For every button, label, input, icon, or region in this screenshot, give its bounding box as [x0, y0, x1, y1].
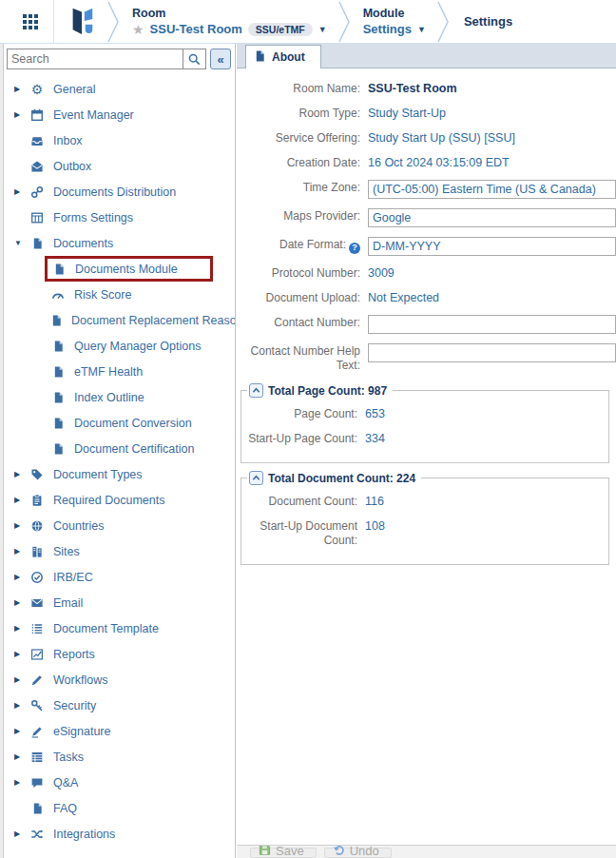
apps-grid-icon[interactable]	[23, 14, 38, 29]
sidebar-item-document-template[interactable]: ▶Document Template	[5, 615, 235, 641]
sidebar-item-inbox[interactable]: Inbox	[5, 127, 235, 153]
expand-arrow-icon[interactable]: ▶	[14, 110, 29, 119]
sidebar-item-reports[interactable]: ▶Reports	[5, 641, 235, 667]
tab-about[interactable]: About	[245, 45, 321, 68]
sidebar-item-faq[interactable]: FAQ	[5, 795, 235, 821]
sidebar-item-security[interactable]: ▶Security	[5, 692, 235, 718]
help-icon[interactable]: ?	[349, 243, 360, 254]
expand-arrow-icon[interactable]: ▶	[14, 573, 29, 581]
sidebar-item-document-certification[interactable]: Document Certification	[5, 436, 235, 461]
sidebar-item-document-conversion[interactable]: Document Conversion	[5, 410, 235, 436]
expand-arrow-icon[interactable]: ▶	[14, 727, 29, 735]
collapse-arrow-icon[interactable]: ▼	[14, 239, 29, 247]
sidebar-item-documents[interactable]: ▼Documents	[5, 230, 235, 256]
expand-arrow-icon[interactable]: ▶	[14, 547, 29, 556]
collapse-group-icon[interactable]	[249, 383, 263, 398]
expand-arrow-icon[interactable]: ▶	[14, 496, 29, 504]
sidebar-collapse-icon[interactable]: «	[210, 49, 231, 69]
expand-arrow-icon[interactable]: ▶	[14, 829, 29, 838]
expand-arrow-icon[interactable]: ▶	[14, 598, 29, 607]
sidebar-item-documents-module[interactable]: Documents Module	[5, 256, 235, 282]
time-zone-input[interactable]	[368, 180, 616, 199]
sidebar-item-tasks[interactable]: ▶Tasks	[5, 744, 235, 770]
sidebar-item-event-manager[interactable]: ▶Event Manager	[5, 102, 235, 127]
expand-arrow-icon[interactable]: ▶	[14, 650, 29, 658]
expand-arrow-icon[interactable]: ▶	[14, 778, 29, 787]
sidebar-item-label: Integrations	[53, 828, 115, 841]
field-label: Contact Number Help Text:	[239, 343, 360, 373]
key-icon	[29, 698, 45, 712]
breadcrumb-room[interactable]: Room ★ SSU-Test Room SSU/eTMF ▼	[121, 0, 338, 43]
expand-arrow-icon[interactable]: ▶	[14, 187, 29, 196]
sidebar-item-query-manager-options[interactable]: Query Manager Options	[5, 333, 235, 359]
sidebar-item-esignature[interactable]: ▶eSignature	[5, 718, 235, 744]
field-label: Creation Date:	[239, 155, 360, 170]
breadcrumb-module[interactable]: Module Settings ▼	[352, 0, 437, 43]
expand-arrow-icon[interactable]: ▶	[14, 85, 29, 93]
sidebar-item-label: Countries	[53, 519, 105, 533]
field-label: Protocol Number:	[239, 265, 360, 281]
form-row-protocol-number: Protocol Number:3009	[239, 261, 616, 285]
sidebar-item-required-documents[interactable]: ▶Required Documents	[5, 487, 235, 513]
brand-logo-icon[interactable]	[67, 3, 96, 40]
sidebar-item-sites[interactable]: ▶Sites	[5, 538, 235, 564]
field-label: Document Count:	[241, 494, 357, 509]
save-icon	[259, 845, 271, 858]
field-label: Time Zone:	[239, 180, 360, 195]
tag-icon	[29, 467, 45, 481]
collapse-group-icon[interactable]	[249, 471, 263, 485]
sidebar-item-etmf-health[interactable]: eTMF Health	[5, 359, 235, 384]
sidebar-item-general[interactable]: ▶⚙General	[5, 76, 235, 102]
room-dropdown-icon[interactable]: ▼	[318, 25, 327, 34]
field-label: Page Count:	[241, 406, 357, 421]
contact-number-input[interactable]	[368, 315, 616, 334]
sidebar-item-label: eSignature	[53, 725, 110, 738]
sidebar-item-label: Documents Distribution	[53, 185, 176, 199]
sidebar-item-email[interactable]: ▶Email	[5, 590, 235, 615]
sidebar-item-countries[interactable]: ▶Countries	[5, 513, 235, 538]
shuffle-icon	[29, 827, 45, 841]
sidebar-item-workflows[interactable]: ▶Workflows	[5, 667, 235, 692]
about-form: Room Name:SSU-Test RoomRoom Type:Study S…	[237, 68, 616, 378]
search-input[interactable]	[8, 49, 183, 68]
sidebar-item-documents-distribution[interactable]: ▶Documents Distribution	[5, 179, 235, 205]
date-format-input[interactable]	[368, 237, 616, 256]
sidebar-item-irb-ec[interactable]: ▶IRB/EC	[5, 564, 235, 590]
group-legend-text: Total Document Count: 224	[268, 472, 415, 485]
expand-arrow-icon[interactable]: ▶	[14, 752, 29, 761]
sidebar-item-document-types[interactable]: ▶Document Types	[5, 461, 235, 487]
page-count-value: 653	[365, 406, 385, 421]
expand-arrow-icon[interactable]: ▶	[14, 470, 29, 478]
favorite-star-icon[interactable]: ★	[132, 23, 144, 36]
sidebar-item-forms-settings[interactable]: Forms Settings	[5, 205, 235, 230]
task-table-icon	[29, 750, 45, 764]
undo-label: Undo	[350, 845, 379, 858]
document-icon	[50, 441, 66, 456]
sidebar-item-q-a[interactable]: ▶Q&A	[5, 770, 235, 795]
expand-arrow-icon[interactable]: ▶	[14, 521, 29, 530]
module-dropdown-icon[interactable]: ▼	[417, 25, 426, 34]
contact-number-help-text-input[interactable]	[368, 343, 616, 362]
form-row-contact-number-help-text: Contact Number Help Text:	[239, 339, 616, 378]
maps-provider-input[interactable]	[368, 208, 616, 227]
form-table-icon	[29, 210, 45, 224]
header-divider	[53, 0, 54, 43]
expand-arrow-icon[interactable]: ▶	[14, 701, 29, 710]
expand-arrow-icon[interactable]: ▶	[14, 624, 29, 633]
sidebar-item-integrations[interactable]: ▶Integrations	[5, 821, 235, 847]
sidebar-item-label: Document Types	[53, 468, 143, 481]
sidebar-item-outbox[interactable]: Outbox	[5, 153, 235, 179]
sidebar-item-index-outline[interactable]: Index Outline	[5, 384, 235, 410]
sidebar-item-document-replacement-reasons[interactable]: Document Replacement Reasons	[5, 307, 235, 333]
search-icon[interactable]	[183, 49, 205, 68]
expand-arrow-icon[interactable]: ▶	[14, 675, 29, 684]
field-label: Date Format:?	[239, 237, 360, 254]
field-label: Room Type:	[239, 106, 360, 121]
sidebar-item-label: Inbox	[53, 134, 83, 147]
undo-button[interactable]: Undo	[324, 848, 392, 858]
room-type-value: Study Start-Up	[368, 106, 446, 121]
sidebar-item-label: Risk Score	[74, 288, 131, 302]
sidebar-item-risk-score[interactable]: Risk Score	[5, 282, 235, 307]
save-button[interactable]: Save	[250, 848, 317, 858]
link-icon	[29, 185, 45, 199]
